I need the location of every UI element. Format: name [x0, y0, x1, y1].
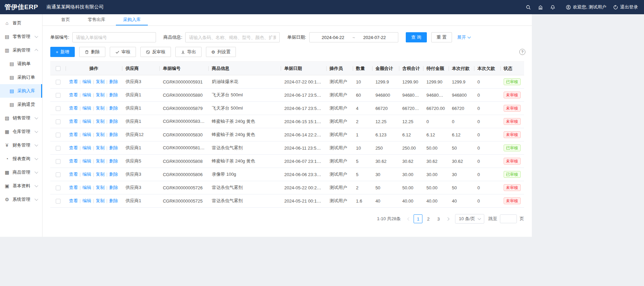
row-action-delete[interactable]: 删除: [109, 185, 118, 190]
row-action-view[interactable]: 查看: [69, 92, 78, 97]
row-action-edit[interactable]: 编辑: [82, 145, 91, 150]
sidebar-item-purchase-request[interactable]: ▤ 请购单: [0, 57, 42, 71]
row-checkbox[interactable]: [56, 119, 60, 124]
column-header[interactable]: 本次欠款: [474, 62, 500, 75]
sidebar-item-report[interactable]: ◔ 报表查询: [0, 152, 42, 166]
expand-link[interactable]: 展开: [457, 34, 470, 40]
column-header[interactable]: 操作员: [326, 62, 353, 75]
sidebar-item-sales[interactable]: ▧ 销售管理: [0, 111, 42, 125]
page-number-2[interactable]: 2: [424, 214, 433, 223]
column-header[interactable]: 含税合计: [399, 62, 423, 75]
column-header[interactable]: 单据编号: [159, 62, 208, 75]
row-checkbox[interactable]: [56, 93, 60, 98]
column-header[interactable]: 单据日期: [281, 62, 326, 75]
sidebar-item-purchase-inbound[interactable]: ▤ 采购入库: [0, 84, 42, 98]
sidebar-item-home[interactable]: ⌂ 首页: [0, 16, 42, 30]
date-range-picker[interactable]: 2024-04-22 ~ 2024-07-22: [309, 32, 398, 42]
row-action-delete[interactable]: 删除: [109, 79, 118, 84]
row-action-edit[interactable]: 编辑: [82, 92, 91, 97]
sidebar-item-purchase-order[interactable]: ▤ 采购订单: [0, 71, 42, 84]
row-action-delete[interactable]: 删除: [109, 172, 118, 177]
page-number-3[interactable]: 3: [434, 214, 443, 223]
column-header[interactable]: 金额合计: [372, 62, 399, 75]
logout-button[interactable]: 退出登录: [613, 4, 638, 10]
row-action-delete[interactable]: 删除: [109, 145, 118, 150]
jump-page-input[interactable]: [500, 214, 517, 223]
row-checkbox[interactable]: [56, 80, 60, 84]
row-action-copy[interactable]: 复制: [96, 158, 105, 164]
column-header[interactable]: 操作: [66, 62, 122, 75]
row-checkbox[interactable]: [56, 106, 60, 111]
row-action-copy[interactable]: 复制: [96, 92, 105, 97]
row-action-view[interactable]: 查看: [69, 106, 78, 111]
select-all-checkbox[interactable]: [56, 66, 60, 71]
page-number-1[interactable]: 1: [414, 214, 422, 223]
search-button[interactable]: 查 询: [406, 32, 427, 42]
export-button[interactable]: 导出: [175, 47, 202, 57]
column-header[interactable]: 状态: [500, 62, 524, 75]
row-action-copy[interactable]: 复制: [96, 106, 105, 111]
column-header[interactable]: 供应商: [122, 62, 159, 75]
row-action-edit[interactable]: 编辑: [82, 198, 91, 203]
sidebar-item-purchase[interactable]: ▥ 采购管理: [0, 43, 42, 57]
row-checkbox[interactable]: [56, 172, 60, 177]
row-action-delete[interactable]: 删除: [109, 158, 118, 164]
search-icon[interactable]: [522, 5, 535, 10]
row-checkbox[interactable]: [56, 186, 60, 190]
row-action-copy[interactable]: 复制: [96, 172, 105, 177]
tab-home[interactable]: 首页: [54, 14, 77, 25]
sidebar-item-system[interactable]: ⚙ 系统管理: [0, 193, 42, 206]
sidebar-item-warehouse[interactable]: ▦ 仓库管理: [0, 125, 42, 138]
row-action-delete[interactable]: 删除: [109, 106, 118, 111]
row-action-view[interactable]: 查看: [69, 172, 78, 177]
row-action-copy[interactable]: 复制: [96, 185, 105, 190]
row-action-view[interactable]: 查看: [69, 79, 78, 84]
bell-icon[interactable]: [547, 5, 559, 10]
row-action-copy[interactable]: 复制: [96, 132, 105, 137]
row-action-delete[interactable]: 删除: [109, 119, 118, 124]
row-checkbox[interactable]: [56, 133, 60, 137]
sidebar-item-product[interactable]: ▩ 商品管理: [0, 166, 42, 179]
row-action-edit[interactable]: 编辑: [82, 185, 91, 190]
help-icon[interactable]: ?: [519, 49, 525, 55]
row-action-view[interactable]: 查看: [69, 132, 78, 137]
bill-no-input[interactable]: [72, 32, 156, 42]
page-size-select[interactable]: 10 条/页: [455, 214, 484, 224]
row-checkbox[interactable]: [56, 159, 60, 164]
column-header[interactable]: 数量: [353, 62, 372, 75]
row-action-edit[interactable]: 编辑: [82, 119, 91, 124]
sidebar-item-finance[interactable]: ¥ 财务管理: [0, 138, 42, 152]
row-action-copy[interactable]: 复制: [96, 79, 105, 84]
row-action-edit[interactable]: 编辑: [82, 158, 91, 164]
tab-retail-outbound[interactable]: 零售出库: [81, 14, 112, 25]
row-action-view[interactable]: 查看: [69, 145, 78, 150]
reset-button[interactable]: 重 置: [431, 32, 452, 42]
row-action-edit[interactable]: 编辑: [82, 132, 91, 137]
row-action-copy[interactable]: 复制: [96, 198, 105, 203]
column-header[interactable]: 本次付款: [449, 62, 474, 75]
row-action-edit[interactable]: 编辑: [82, 106, 91, 111]
column-header[interactable]: 待付金额: [423, 62, 449, 75]
next-page-button[interactable]: [443, 214, 452, 223]
product-info-input[interactable]: [185, 32, 280, 42]
tab-purchase-inbound[interactable]: 采购入库: [116, 14, 148, 25]
delete-button[interactable]: 删除: [79, 47, 105, 57]
row-action-delete[interactable]: 删除: [109, 198, 118, 203]
row-action-edit[interactable]: 编辑: [82, 172, 91, 177]
app-logo[interactable]: 管伊佳ERP: [0, 3, 42, 12]
building-icon[interactable]: [535, 5, 547, 10]
column-header[interactable]: 商品信息: [208, 62, 281, 75]
row-checkbox[interactable]: [56, 146, 60, 151]
add-button[interactable]: + 新增: [50, 47, 75, 57]
row-action-delete[interactable]: 删除: [109, 132, 118, 137]
sidebar-item-retail[interactable]: ▤ 零售管理: [0, 30, 42, 43]
row-action-view[interactable]: 查看: [69, 158, 78, 164]
unaudit-button[interactable]: 反审核: [140, 47, 171, 57]
audit-button[interactable]: 审核: [110, 47, 136, 57]
sidebar-item-basic-data[interactable]: ▣ 基本资料: [0, 179, 42, 193]
row-action-copy[interactable]: 复制: [96, 145, 105, 150]
column-settings-button[interactable]: ⚙ 列设置: [206, 47, 236, 57]
row-action-view[interactable]: 查看: [69, 119, 78, 124]
sidebar-item-purchase-return[interactable]: ▤ 采购退货: [0, 98, 42, 111]
welcome-user[interactable]: 欢迎您, 测试用户: [566, 4, 606, 10]
